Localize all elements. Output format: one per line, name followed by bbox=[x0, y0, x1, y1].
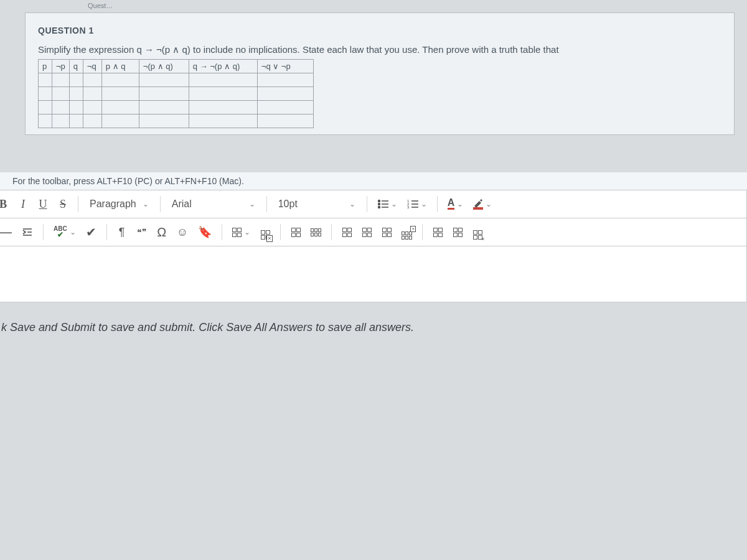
table-insert-col-button[interactable] bbox=[378, 222, 395, 242]
question-card: Quest… QUESTION 1 Simplify the expressio… bbox=[25, 12, 735, 135]
th-disj: ¬q ∨ ¬p bbox=[257, 60, 313, 73]
table-row bbox=[39, 87, 314, 101]
numbered-list-button[interactable]: 123 ⌄ bbox=[403, 194, 431, 214]
chevron-down-icon: ⌄ bbox=[421, 200, 427, 208]
chevron-down-icon: ⌄ bbox=[244, 228, 250, 236]
th-not-pandq: ¬(p ∧ q) bbox=[139, 60, 189, 73]
table-icon bbox=[232, 228, 242, 237]
font-size-select[interactable]: 10pt ⌄ bbox=[273, 194, 360, 214]
separator bbox=[331, 224, 332, 240]
table-col-before-button[interactable] bbox=[338, 222, 355, 242]
spellcheck-button[interactable]: ABC ✔ ⌄ bbox=[50, 222, 80, 242]
chevron-down-icon: ⌄ bbox=[486, 200, 492, 208]
symbol-button[interactable]: Ω bbox=[153, 222, 171, 242]
table-delete-row-button[interactable]: × bbox=[398, 222, 416, 242]
separator bbox=[43, 224, 44, 240]
separator bbox=[78, 196, 78, 212]
question-label: QUESTION 1 bbox=[38, 26, 721, 35]
underline-button[interactable]: U bbox=[34, 194, 52, 214]
emoji-button[interactable]: ☺ bbox=[173, 222, 192, 242]
bold-button[interactable]: B bbox=[0, 194, 12, 214]
toolbar-row-2: — ABC ✔ ⌄ ✔ ¶ ❝❞ Ω ☺ 🔖 ⌄ × bbox=[0, 218, 747, 246]
chevron-down-icon: ⌄ bbox=[249, 200, 255, 208]
separator bbox=[367, 196, 367, 212]
font-label: Arial bbox=[172, 198, 192, 210]
bullet-list-icon bbox=[377, 199, 388, 209]
chevron-down-icon: ⌄ bbox=[391, 200, 397, 208]
truth-table: p ¬p q ¬q p ∧ q ¬(p ∧ q) q → ¬(p ∧ q) ¬q… bbox=[38, 59, 314, 128]
highlight-button[interactable]: ⌄ bbox=[469, 194, 496, 214]
table-merge-button[interactable] bbox=[429, 222, 446, 242]
bullet-list-button[interactable]: ⌄ bbox=[374, 194, 401, 214]
table-insert-icon bbox=[382, 228, 392, 237]
svg-point-0 bbox=[378, 200, 380, 202]
th-q: q bbox=[69, 60, 83, 73]
svg-text:3: 3 bbox=[407, 205, 410, 209]
paragraph-select[interactable]: Paragraph ⌄ bbox=[85, 194, 154, 214]
separator bbox=[422, 224, 423, 240]
paragraph-mark-button[interactable]: ¶ bbox=[113, 222, 131, 242]
separator bbox=[280, 224, 281, 240]
th-impl: q → ¬(p ∧ q) bbox=[189, 60, 257, 73]
separator bbox=[106, 224, 107, 240]
separator bbox=[437, 196, 438, 212]
delete-table-button[interactable]: × bbox=[256, 222, 274, 242]
th-pandq: p ∧ q bbox=[101, 60, 139, 73]
separator bbox=[222, 224, 222, 240]
numbered-list-icon: 123 bbox=[407, 199, 418, 209]
svg-point-4 bbox=[378, 207, 380, 208]
rich-text-editor: For the toolbar, press ALT+F10 (PC) or A… bbox=[0, 172, 747, 302]
size-label: 10pt bbox=[278, 198, 298, 210]
strike-button[interactable]: S bbox=[54, 194, 72, 214]
insert-table-button[interactable]: ⌄ bbox=[228, 222, 254, 242]
chevron-down-icon: ⌄ bbox=[457, 200, 463, 208]
page-tab-hint: Quest… bbox=[88, 2, 113, 9]
th-not-p: ¬p bbox=[52, 60, 70, 73]
text-color-icon: A bbox=[448, 198, 455, 210]
table-row bbox=[39, 101, 314, 114]
table-merge-icon bbox=[433, 228, 443, 237]
editor-textarea[interactable] bbox=[0, 246, 747, 302]
table-row-before-button[interactable] bbox=[287, 222, 304, 242]
table-row-icon bbox=[291, 228, 301, 237]
font-select[interactable]: Arial ⌄ bbox=[167, 194, 260, 214]
checkmark-button[interactable]: ✔ bbox=[82, 222, 100, 242]
toolbar-hint: For the toolbar, press ALT+F10 (PC) or A… bbox=[0, 172, 747, 190]
chevron-down-icon: ⌄ bbox=[349, 200, 355, 208]
highlight-icon bbox=[473, 198, 483, 210]
spellcheck-icon: ABC ✔ bbox=[54, 226, 67, 238]
table-split-button[interactable] bbox=[449, 222, 466, 242]
table-del-icon bbox=[402, 231, 412, 240]
separator bbox=[160, 196, 161, 212]
table-row-after-button[interactable] bbox=[307, 222, 325, 242]
table-row bbox=[39, 114, 314, 128]
table-split-icon bbox=[453, 228, 463, 237]
remove-format-button[interactable]: — bbox=[0, 222, 16, 242]
table-delete-button[interactable]: × bbox=[469, 222, 486, 242]
question-prompt: Simplify the expression q → ¬(p ∧ q) to … bbox=[38, 44, 721, 55]
chevron-down-icon: ⌄ bbox=[143, 200, 149, 208]
paragraph-label: Paragraph bbox=[90, 198, 136, 210]
indent-icon bbox=[22, 227, 33, 237]
table-col-icon bbox=[342, 228, 352, 237]
table-insert-icon bbox=[362, 228, 372, 237]
separator bbox=[266, 196, 267, 212]
footer-hint: k Save and Submit to save and submit. Cl… bbox=[0, 302, 747, 334]
table-row bbox=[39, 73, 314, 87]
th-p: p bbox=[39, 60, 52, 73]
table-insert-row-button[interactable] bbox=[358, 222, 375, 242]
italic-button[interactable]: I bbox=[14, 194, 32, 214]
bookmark-button[interactable]: 🔖 bbox=[194, 222, 215, 242]
chevron-down-icon: ⌄ bbox=[70, 228, 76, 236]
indent-button[interactable] bbox=[18, 222, 37, 242]
text-color-button[interactable]: A ⌄ bbox=[444, 194, 467, 214]
th-not-q: ¬q bbox=[83, 60, 101, 73]
table-row-icon bbox=[311, 228, 321, 236]
toolbar-row-1: B I U S Paragraph ⌄ Arial ⌄ 10pt ⌄ ⌄ 123… bbox=[0, 190, 747, 218]
blockquote-button[interactable]: ❝❞ bbox=[133, 222, 151, 242]
svg-point-2 bbox=[378, 203, 380, 205]
